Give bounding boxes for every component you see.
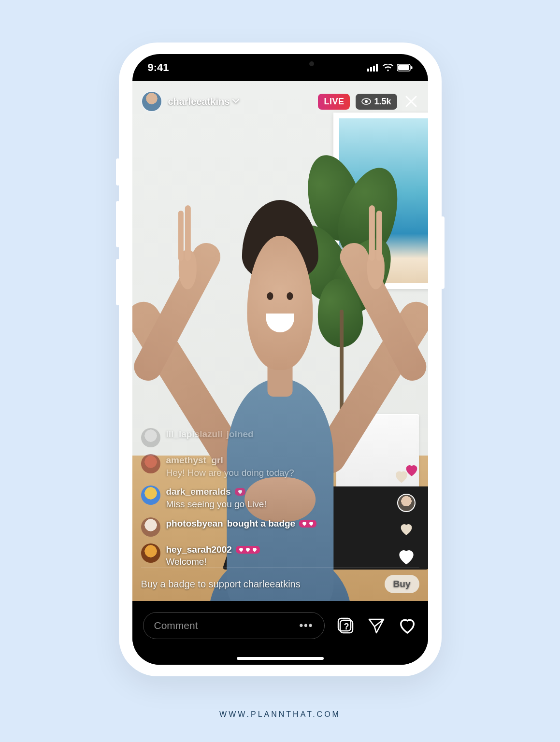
commenter-avatar[interactable] (141, 454, 160, 473)
commenter-avatar[interactable] (141, 428, 160, 447)
comment-row[interactable]: photosbyean bought a badge (141, 517, 419, 537)
close-button[interactable] (403, 93, 419, 110)
comment-body: lil_lapislazuli joined (166, 428, 254, 441)
comment-body: dark_emeraldsMiss seeing you go Live! (166, 485, 267, 510)
battery-icon (397, 64, 413, 71)
svg-rect-3 (376, 64, 378, 71)
streamer-username[interactable]: charleeatkins (168, 96, 240, 107)
supporter-badge (299, 520, 316, 528)
peace-sign-left (168, 218, 204, 289)
comment-row[interactable]: lil_lapislazuli joined (141, 428, 419, 447)
wifi-icon (383, 64, 393, 71)
status-right (367, 64, 413, 71)
more-options-icon[interactable]: ••• (299, 619, 313, 632)
heart-icon (245, 547, 251, 553)
comment-input[interactable]: Comment ••• (143, 612, 325, 639)
username-text: charleeatkins (168, 96, 230, 107)
peace-sign-right (356, 218, 392, 289)
comment-text: Miss seeing you go Live! (166, 498, 267, 511)
comment-body: amethyst_grlHey! How are you doing today… (166, 454, 294, 479)
comment-text: Hey! How are you doing today? (166, 467, 294, 479)
support-text: Buy a badge to support charleeatkins (141, 579, 301, 590)
eye-icon (361, 98, 371, 105)
comment-text: Welcome! (166, 556, 260, 568)
live-badge: LIVE (318, 94, 350, 110)
mute-switch (116, 158, 120, 186)
comment-header: hey_sarah2002 (166, 543, 260, 556)
chevron-down-icon (232, 99, 239, 104)
question-icon: ? (336, 616, 355, 635)
live-bottom-bar: Comment ••• ? (132, 601, 428, 665)
comment-header: dark_emeralds (166, 485, 245, 498)
comment-row[interactable]: dark_emeraldsMiss seeing you go Live! (141, 485, 419, 510)
supporter-badge (236, 546, 260, 554)
volume-up-button (116, 201, 120, 247)
share-button[interactable] (366, 615, 387, 636)
buy-badge-button[interactable]: Buy (385, 575, 419, 593)
svg-rect-5 (398, 65, 409, 70)
question-button[interactable]: ? (335, 615, 356, 636)
support-banner: Buy a badge to support charleeatkins Buy (141, 568, 419, 593)
commenter-avatar[interactable] (141, 517, 160, 537)
power-button (441, 216, 445, 289)
svg-text:?: ? (344, 622, 349, 631)
streamer-avatar[interactable] (141, 91, 162, 112)
svg-rect-6 (411, 66, 412, 69)
heart-icon (308, 521, 314, 527)
comment-header: photosbyean bought a badge (166, 517, 317, 530)
comment-placeholder: Comment (154, 620, 198, 631)
svg-point-8 (365, 100, 368, 103)
phone-screen: 9:41 (132, 54, 428, 665)
comment-header: amethyst_grl (166, 454, 223, 467)
comment-header: lil_lapislazuli joined (166, 428, 254, 441)
volume-down-button (116, 259, 120, 305)
commenter-avatar[interactable] (141, 543, 160, 563)
heart-icon (252, 547, 258, 553)
viewer-count-badge[interactable]: 1.5k (356, 94, 397, 110)
supporter-badge (235, 488, 245, 496)
heart-icon (302, 521, 307, 527)
notch (213, 54, 348, 73)
comment-row[interactable]: hey_sarah2002Welcome! (141, 543, 419, 568)
like-button[interactable] (397, 615, 417, 636)
heart-icon (398, 616, 417, 635)
commenter-username: dark_emeralds (166, 485, 231, 498)
home-indicator[interactable] (237, 657, 324, 660)
footer-attribution: WWW.PLANNTHAT.COM (0, 710, 560, 719)
commenter-username: photosbyean (166, 517, 223, 530)
paper-plane-icon (367, 616, 386, 635)
commenter-username: lil_lapislazuli (166, 428, 223, 441)
viewer-count-text: 1.5k (374, 97, 391, 107)
commenter-username: amethyst_grl (166, 454, 223, 467)
svg-rect-2 (373, 66, 375, 71)
comment-action-suffix: joined (227, 428, 254, 441)
comment-body: hey_sarah2002Welcome! (166, 543, 260, 568)
phone-device-frame: 9:41 (119, 43, 442, 676)
live-header: charleeatkins LIVE 1.5k (132, 86, 428, 117)
cellular-icon (367, 64, 379, 71)
heart-icon (238, 547, 244, 553)
commenter-username: hey_sarah2002 (166, 543, 232, 556)
comments-list[interactable]: lil_lapislazuli joinedamethyst_grlHey! H… (132, 428, 428, 572)
svg-rect-1 (370, 67, 372, 71)
comment-row[interactable]: amethyst_grlHey! How are you doing today… (141, 454, 419, 479)
heart-icon (237, 489, 243, 495)
close-icon (404, 95, 418, 108)
svg-rect-0 (367, 69, 369, 71)
comment-body: photosbyean bought a badge (166, 517, 317, 530)
live-video-area[interactable]: charleeatkins LIVE 1.5k (132, 81, 428, 601)
status-time: 9:41 (148, 61, 169, 74)
commenter-avatar[interactable] (141, 485, 160, 505)
comment-action-suffix: bought a badge (227, 517, 295, 530)
